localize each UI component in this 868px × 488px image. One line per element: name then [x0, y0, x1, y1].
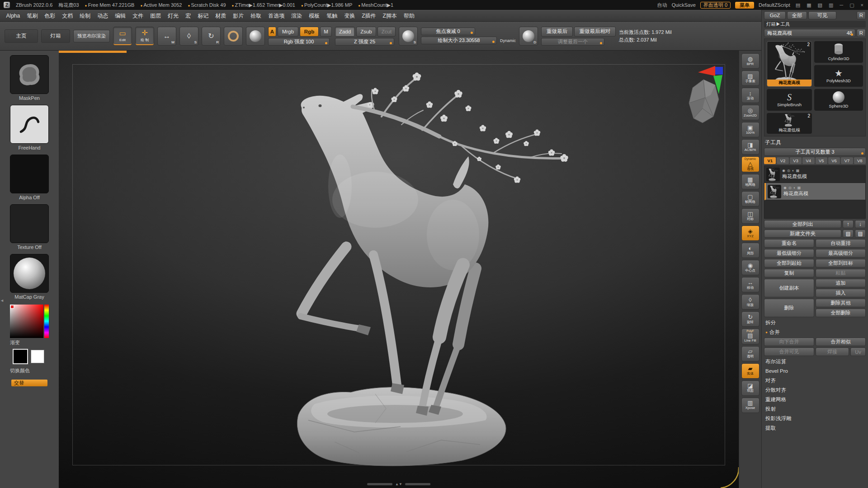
ui-layout-icon-1[interactable]: ▤	[795, 2, 801, 8]
align-section[interactable]: 对齐	[764, 376, 866, 385]
zsub-button[interactable]: Zsub	[356, 27, 376, 37]
current-texture-thumb[interactable]	[10, 204, 49, 243]
menu-item-macro[interactable]: 宏	[182, 12, 194, 20]
tool-thumb-deer-low[interactable]: 2 梅花鹿低模	[767, 113, 812, 134]
menu-item-stencil[interactable]: 模板	[306, 12, 323, 20]
menu-item-zscript[interactable]: Z脚本	[379, 12, 400, 20]
menu-item-layer[interactable]: 图层	[147, 12, 165, 20]
menu-item-stroke[interactable]: 笔触	[323, 12, 341, 20]
auto-button[interactable]: 自动	[657, 2, 667, 9]
symmetry-button[interactable]: ◫对称	[741, 208, 760, 224]
smooth-sphere-button[interactable]: S	[399, 27, 418, 46]
subtool-header[interactable]: 子工具	[764, 138, 866, 146]
polypaint-icon[interactable]: ◐	[793, 186, 796, 190]
minimize-button[interactable]: ─	[839, 2, 844, 8]
all-to-start-button[interactable]: 全部到起始	[764, 259, 814, 267]
list-all-button[interactable]: 全部列出	[764, 220, 841, 228]
menu-item-alpha[interactable]: Alpha	[3, 13, 24, 19]
tool-r-button[interactable]: R	[857, 11, 866, 19]
ac50-button[interactable]: ◨AC50%	[741, 139, 760, 155]
ui-opacity-slider[interactable]: 界面透明 0	[700, 2, 731, 9]
redo-last-relative-button[interactable]: 重做最后相对	[574, 27, 616, 37]
merge-similar-button[interactable]: 合并相似	[816, 338, 866, 346]
perspective-button[interactable]: Dynamic△透视	[741, 156, 760, 172]
relief-section[interactable]: 投影浅浮雕	[764, 414, 866, 422]
adjust-last-slider[interactable]: 调整最后一个	[541, 38, 604, 46]
zadd-button[interactable]: Zadd	[335, 27, 355, 37]
tray-collapse-chevron[interactable]: ◄	[0, 298, 4, 303]
uv-icon[interactable]: ▦	[796, 169, 800, 173]
frame-grid-button[interactable]: ▢帧网格	[741, 191, 760, 206]
close-button[interactable]: ×	[860, 2, 864, 8]
paint-icon[interactable]: ◉	[783, 186, 787, 190]
current-stroke-thumb[interactable]	[10, 105, 49, 144]
bevel-pro-section[interactable]: Bevel Pro	[764, 367, 866, 375]
uv-button[interactable]: Uv	[850, 347, 866, 356]
paint-icon[interactable]: ◉	[782, 169, 785, 173]
current-brush-thumb[interactable]	[10, 55, 49, 94]
menu-button[interactable]: 菜单	[735, 2, 754, 9]
merge-visible-button[interactable]: 合并可见	[764, 347, 814, 356]
insert-button[interactable]: 插入	[816, 289, 866, 297]
current-material-thumb[interactable]	[10, 254, 49, 293]
tab-v5[interactable]: V5	[816, 157, 827, 164]
zscript-label[interactable]: DefaultZScript	[759, 2, 790, 8]
paste-button[interactable]: 粘贴	[816, 269, 866, 277]
merge-down-button[interactable]: 向下合并	[764, 338, 814, 346]
extract-section[interactable]: 提取	[764, 424, 866, 432]
tab-v3[interactable]: V3	[790, 157, 802, 164]
menu-item-light[interactable]: 灯光	[165, 12, 182, 20]
tab-v6[interactable]: V6	[828, 157, 840, 164]
actual-size-button[interactable]: ▣100%	[741, 122, 760, 137]
floor-grid-button[interactable]: ▦地网格	[741, 174, 760, 189]
edit-button[interactable]: ▭ Edit	[113, 27, 132, 46]
menu-item-marker[interactable]: 标记	[194, 12, 212, 20]
menu-item-render[interactable]: 渲染	[288, 12, 306, 20]
maximize-button[interactable]: ▢	[849, 2, 855, 8]
scroll-button[interactable]: ↕滚动	[741, 88, 760, 103]
line-fill-button[interactable]: PolyF▤Line Fill	[741, 328, 760, 344]
dynamic-sphere-button[interactable]: D	[519, 27, 538, 46]
secondary-color-swatch[interactable]	[31, 350, 44, 363]
zoom-canvas-button[interactable]: ◊缩放	[741, 294, 760, 310]
transparent-button[interactable]: ▱透明	[741, 346, 760, 361]
menu-item-brush[interactable]: 笔刷	[24, 12, 41, 20]
tool-restore-button[interactable]: R	[857, 29, 866, 37]
polypaint-icon[interactable]: ◐	[792, 169, 794, 173]
main-color-swatch[interactable]	[13, 349, 28, 364]
tab-v8[interactable]: V8	[854, 157, 866, 164]
draw-size-slider[interactable]: 绘制大小 23.30558	[421, 37, 497, 44]
highest-sdiv-button[interactable]: 最高级细分	[816, 249, 866, 258]
folder-actions-icon-1[interactable]: ▧	[843, 230, 854, 238]
tool-thumb-simplebrush[interactable]: S SimpleBrush	[767, 89, 812, 111]
tool-thumb-sphere[interactable]: Sphere3D	[814, 89, 863, 111]
polymesh-head-preview[interactable]	[689, 80, 719, 123]
export-all-button[interactable]: 全部	[787, 11, 807, 19]
menu-item-draw[interactable]: 绘制	[76, 12, 94, 20]
scrollbar-left[interactable]	[367, 483, 392, 485]
hue-strip[interactable]	[44, 305, 49, 338]
folder-actions-icon-2[interactable]: ▨	[855, 230, 866, 238]
tab-v4[interactable]: V4	[802, 157, 814, 164]
xyz-button[interactable]: ◈XYZ	[741, 225, 760, 241]
lowest-sdiv-button[interactable]: 最低级细分	[764, 249, 814, 258]
zoom2d-button[interactable]: ◎Zoom2D	[741, 105, 760, 120]
menu-item-color[interactable]: 色彩	[41, 12, 59, 20]
dynamic-label[interactable]: Dynamic	[500, 38, 516, 43]
menu-item-movie[interactable]: 影片	[230, 12, 247, 20]
visibility-eye-icon[interactable]: ◎	[787, 169, 790, 173]
z-intensity-slider[interactable]: Z 强度 25	[335, 38, 394, 46]
draw-button[interactable]: ✛ 绘 制	[135, 27, 154, 46]
m-button[interactable]: M	[320, 27, 332, 37]
local-button[interactable]: ◐局部	[741, 243, 760, 258]
delete-button[interactable]: 删除	[764, 299, 814, 317]
double-sided-button[interactable]: ◪双面	[741, 380, 760, 396]
swap-color-button[interactable]: 交替	[11, 380, 47, 386]
split-section[interactable]: 拆分	[764, 319, 866, 327]
menu-item-document[interactable]: 文档	[59, 12, 76, 20]
scatter-align-section[interactable]: 分散对齐	[764, 386, 866, 394]
subtool-row-high[interactable]: ◉ ◎ ◐ ▦ 梅花鹿高模	[764, 183, 865, 200]
preview-sphere-button[interactable]	[246, 27, 265, 46]
home-button[interactable]: 主页	[5, 29, 38, 43]
mrgb-button[interactable]: Mrgb	[278, 27, 298, 37]
